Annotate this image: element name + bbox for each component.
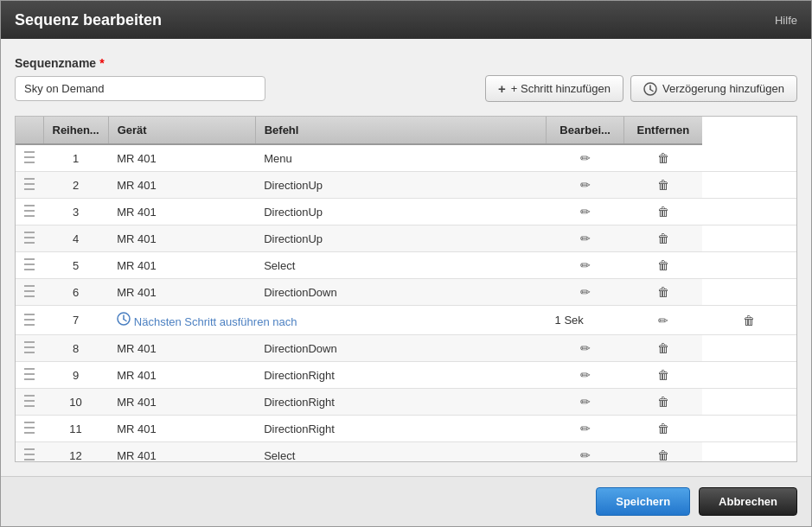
clock-icon bbox=[643, 82, 657, 96]
save-button[interactable]: Speichern bbox=[596, 487, 690, 516]
delete-icon[interactable]: 🗑 bbox=[657, 258, 669, 272]
svg-rect-5 bbox=[24, 162, 35, 163]
svg-rect-27 bbox=[24, 341, 35, 343]
svg-rect-20 bbox=[24, 295, 35, 297]
delete-icon[interactable]: 🗑 bbox=[657, 341, 669, 355]
col-remove-header: Entfernen bbox=[624, 117, 702, 144]
edit-icon[interactable]: ✏ bbox=[580, 448, 591, 462]
edit-cell: ✏ bbox=[624, 306, 702, 335]
edit-cell: ✏ bbox=[547, 279, 624, 306]
col-drag-header bbox=[16, 117, 43, 144]
svg-rect-7 bbox=[24, 183, 35, 185]
sequence-table: Reihen... Gerät Befehl Bearbei... Entfer… bbox=[16, 117, 796, 462]
delete-icon[interactable]: 🗑 bbox=[657, 285, 669, 299]
action-buttons: + + Schritt hinzufügen Verzögerung hinzu… bbox=[485, 75, 797, 102]
required-star: * bbox=[99, 56, 104, 70]
row-device: MR 401 bbox=[108, 225, 255, 252]
svg-line-26 bbox=[124, 320, 126, 321]
svg-rect-22 bbox=[24, 319, 35, 321]
remove-cell: 🗑 bbox=[624, 252, 702, 279]
drag-handle[interactable] bbox=[16, 279, 43, 306]
row-command: DirectionRight bbox=[255, 416, 546, 442]
row-number: 10 bbox=[43, 389, 108, 416]
edit-icon[interactable]: ✏ bbox=[658, 314, 668, 327]
delete-icon[interactable]: 🗑 bbox=[657, 422, 669, 435]
drag-handle[interactable] bbox=[16, 172, 43, 199]
dialog-title: Sequenz bearbeiten bbox=[15, 11, 162, 29]
row-device: MR 401 bbox=[108, 199, 255, 225]
delete-icon[interactable]: 🗑 bbox=[657, 448, 669, 462]
edit-icon[interactable]: ✏ bbox=[580, 205, 591, 219]
row-number: 12 bbox=[43, 442, 108, 463]
remove-cell: 🗑 bbox=[624, 172, 702, 199]
delete-icon[interactable]: 🗑 bbox=[657, 205, 669, 219]
row-command: DirectionDown bbox=[255, 279, 546, 306]
drag-handle[interactable] bbox=[16, 362, 43, 389]
row-command: Menu bbox=[255, 144, 546, 172]
delete-icon[interactable]: 🗑 bbox=[657, 395, 669, 409]
edit-cell: ✏ bbox=[547, 172, 624, 199]
drag-handle[interactable] bbox=[16, 144, 43, 172]
table-row: 7 Nächsten Schritt ausführen nach 1 Sek … bbox=[16, 306, 796, 335]
svg-rect-41 bbox=[24, 459, 35, 460]
drag-handle[interactable] bbox=[16, 416, 43, 442]
remove-cell: 🗑 bbox=[624, 389, 702, 416]
col-edit-header: Bearbei... bbox=[547, 117, 624, 144]
edit-icon[interactable]: ✏ bbox=[580, 258, 591, 272]
add-delay-button[interactable]: Verzögerung hinzufügen bbox=[630, 75, 797, 102]
row-device: MR 401 bbox=[108, 279, 255, 306]
svg-rect-18 bbox=[24, 285, 35, 287]
col-command-header: Befehl bbox=[255, 117, 546, 144]
drag-handle[interactable] bbox=[16, 225, 43, 252]
row-number: 9 bbox=[43, 362, 108, 389]
delete-icon[interactable]: 🗑 bbox=[657, 232, 669, 245]
table-row: 5 MR 401 Select ✏ 🗑 bbox=[16, 252, 796, 279]
row-number: 4 bbox=[43, 225, 108, 252]
edit-icon[interactable]: ✏ bbox=[580, 422, 591, 435]
svg-line-2 bbox=[650, 89, 653, 91]
name-row: + + Schritt hinzufügen Verzögerung hinzu… bbox=[15, 75, 797, 102]
delete-icon[interactable]: 🗑 bbox=[657, 151, 669, 165]
cancel-button[interactable]: Abbrechen bbox=[699, 487, 797, 516]
svg-rect-35 bbox=[24, 405, 35, 407]
svg-rect-40 bbox=[24, 454, 35, 455]
edit-icon[interactable]: ✏ bbox=[580, 232, 591, 245]
delay-cell: Nächsten Schritt ausführen nach bbox=[108, 306, 546, 335]
drag-handle[interactable] bbox=[16, 306, 43, 335]
svg-rect-12 bbox=[24, 232, 35, 233]
edit-icon[interactable]: ✏ bbox=[580, 151, 591, 165]
row-device: MR 401 bbox=[108, 416, 255, 442]
edit-icon[interactable]: ✏ bbox=[580, 368, 591, 382]
svg-rect-28 bbox=[24, 346, 35, 348]
drag-handle[interactable] bbox=[16, 252, 43, 279]
svg-rect-23 bbox=[24, 324, 35, 326]
add-delay-label: Verzögerung hinzufügen bbox=[662, 82, 784, 95]
svg-rect-16 bbox=[24, 264, 35, 265]
edit-icon[interactable]: ✏ bbox=[580, 285, 591, 299]
drag-handle[interactable] bbox=[16, 335, 43, 362]
svg-rect-36 bbox=[24, 422, 35, 423]
svg-rect-21 bbox=[24, 314, 35, 315]
row-command: DirectionRight bbox=[255, 362, 546, 389]
edit-icon[interactable]: ✏ bbox=[580, 341, 591, 355]
drag-handle[interactable] bbox=[16, 389, 43, 416]
row-command: DirectionDown bbox=[255, 335, 546, 362]
row-device: MR 401 bbox=[108, 172, 255, 199]
sequence-name-label: Sequenzname bbox=[15, 56, 96, 70]
svg-rect-19 bbox=[24, 290, 35, 292]
help-link[interactable]: Hilfe bbox=[775, 14, 797, 27]
svg-rect-9 bbox=[24, 205, 35, 206]
edit-cell: ✏ bbox=[547, 442, 624, 463]
add-step-button[interactable]: + + Schritt hinzufügen bbox=[485, 75, 623, 102]
row-device: MR 401 bbox=[108, 389, 255, 416]
delete-icon[interactable]: 🗑 bbox=[657, 368, 669, 382]
delay-clock-icon bbox=[117, 312, 131, 326]
delete-icon[interactable]: 🗑 bbox=[657, 178, 669, 192]
svg-rect-32 bbox=[24, 378, 35, 380]
edit-icon[interactable]: ✏ bbox=[580, 395, 591, 409]
edit-icon[interactable]: ✏ bbox=[580, 178, 591, 192]
drag-handle[interactable] bbox=[16, 442, 43, 463]
sequence-name-input[interactable] bbox=[15, 76, 265, 101]
delete-icon[interactable]: 🗑 bbox=[743, 314, 755, 327]
drag-handle[interactable] bbox=[16, 199, 43, 225]
